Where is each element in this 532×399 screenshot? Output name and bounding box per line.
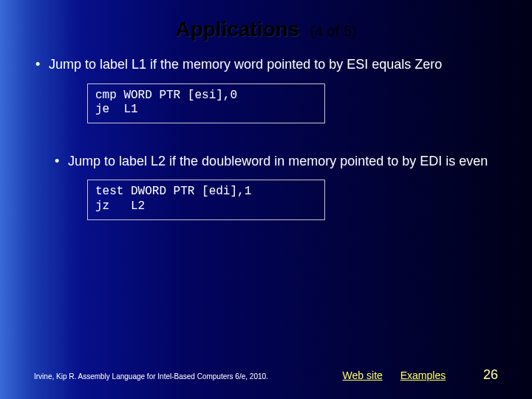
bullet-list-1: Jump to label L1 if the memory word poin… <box>34 56 498 73</box>
footer-links: Web site Examples <box>305 369 483 381</box>
page-number: 26 <box>483 367 498 383</box>
footer-citation: Irvine, Kip R. Assembly Language for Int… <box>34 372 268 381</box>
bullet-text-1: Jump to label L1 if the memory word poin… <box>49 57 442 72</box>
bullet-list-2: Jump to label L2 if the doubleword in me… <box>52 153 498 170</box>
slide-body: Jump to label L1 if the memory word poin… <box>0 56 532 220</box>
title-sub: (4 of 5) <box>310 23 356 39</box>
slide-footer: Irvine, Kip R. Assembly Language for Int… <box>34 367 498 383</box>
title-main: Applications <box>175 18 299 41</box>
web-site-link[interactable]: Web site <box>343 369 383 381</box>
slide: Applications (4 of 5) Jump to label L1 i… <box>0 0 532 399</box>
code-block-2: test DWORD PTR [edi],1 jz L2 <box>87 180 325 219</box>
slide-title: Applications (4 of 5) <box>0 0 532 41</box>
bullet-item-1: Jump to label L1 if the memory word poin… <box>34 56 498 73</box>
code-block-1: cmp WORD PTR [esi],0 je L1 <box>87 83 325 123</box>
bullet-group-2: Jump to label L2 if the doubleword in me… <box>34 153 498 220</box>
examples-link[interactable]: Examples <box>400 369 446 381</box>
bullet-item-2: Jump to label L2 if the doubleword in me… <box>52 153 498 170</box>
bullet-text-2: Jump to label L2 if the doubleword in me… <box>68 154 488 168</box>
